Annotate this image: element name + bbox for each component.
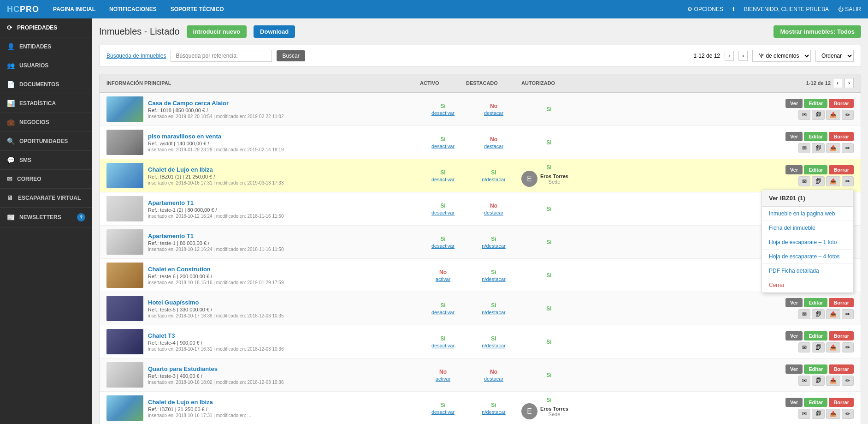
share-button[interactable]: 📤 — [826, 409, 840, 419]
email-button[interactable]: ✉ — [798, 176, 810, 186]
table-prev-button[interactable]: ‹ — [833, 78, 842, 88]
prop-name[interactable]: Quarto para Estudiantes — [148, 365, 218, 372]
borrar-button[interactable]: Borrar — [829, 364, 854, 374]
destacado-link[interactable]: n/destacar — [466, 409, 521, 415]
sidebar-item-correo[interactable]: ✉ CORREO — [0, 170, 92, 189]
busqueda-link[interactable]: Búsqueda de Inmuebles — [106, 53, 166, 59]
edit-icon-button[interactable]: ✏ — [842, 176, 854, 186]
sidebar-item-entidades[interactable]: 👤 ENTIDADES — [0, 37, 92, 56]
dropdown-item-ficha[interactable]: Ficha del inmueble — [762, 221, 853, 235]
activo-link[interactable]: desactivar — [420, 310, 466, 315]
sidebar-item-estadistica[interactable]: 📊 ESTADÍSTICA — [0, 94, 92, 113]
destacado-link[interactable]: destacar — [466, 110, 521, 116]
destacado-link[interactable]: destacar — [466, 376, 521, 382]
ver-button[interactable]: Ver — [785, 364, 803, 374]
edit-icon-button[interactable]: ✏ — [842, 309, 854, 319]
ver-button[interactable]: Ver — [785, 331, 803, 340]
editar-button[interactable]: Editar — [804, 364, 827, 374]
logout-button[interactable]: ⏻ SALIR — [838, 6, 861, 12]
activo-link[interactable]: desactivar — [420, 409, 466, 415]
activo-link[interactable]: desactivar — [420, 243, 466, 249]
edit-icon-button[interactable]: ✏ — [842, 409, 854, 419]
editar-button[interactable]: Editar — [804, 298, 827, 307]
search-button[interactable]: Buscar — [277, 50, 305, 61]
activo-link[interactable]: activar — [420, 276, 466, 282]
elements-per-page-select[interactable]: Nº de elementos — [752, 50, 811, 62]
prop-name[interactable]: Chalet de Lujo en Ibiza — [148, 166, 213, 173]
share-button[interactable]: 📤 — [826, 309, 840, 319]
copy-button[interactable]: 🗐 — [812, 309, 825, 319]
sidebar-item-usuarios[interactable]: 👥 USUARIOS — [0, 56, 92, 75]
share-button[interactable]: 📤 — [826, 176, 840, 186]
borrar-button[interactable]: Borrar — [829, 165, 854, 174]
dropdown-item-hoja1[interactable]: Hoja de escaparate – 1 foto — [762, 235, 853, 250]
table-next-button[interactable]: › — [844, 78, 854, 88]
activo-link[interactable]: desactivar — [420, 110, 466, 116]
dropdown-item-pdf[interactable]: PDF Ficha detallada — [762, 264, 853, 278]
download-button[interactable]: Download — [254, 25, 295, 38]
dropdown-item-close[interactable]: Cerrar — [762, 278, 853, 293]
prev-page-button[interactable]: ‹ — [725, 51, 734, 61]
email-button[interactable]: ✉ — [798, 143, 810, 153]
prop-name[interactable]: Apartamento T1 — [148, 233, 194, 239]
search-input[interactable] — [171, 50, 272, 62]
destacado-link[interactable]: n/destacar — [466, 310, 521, 315]
activo-link[interactable]: activar — [420, 376, 466, 382]
introducir-nuevo-button[interactable]: introducir nuevo — [187, 25, 247, 38]
nav-link-home[interactable]: PAGINA INICIAL — [53, 6, 95, 12]
share-button[interactable]: 📤 — [826, 143, 840, 153]
share-button[interactable]: 📤 — [826, 342, 840, 352]
sidebar-item-escaparate[interactable]: 🖥 ESCAPARATE VIRTUAL — [0, 189, 92, 208]
ver-button[interactable]: Ver — [785, 165, 803, 174]
editar-button[interactable]: Editar — [804, 99, 827, 108]
borrar-button[interactable]: Borrar — [829, 99, 854, 108]
destacado-link[interactable]: n/destacar — [466, 276, 521, 282]
prop-name[interactable]: Chalet en Constrution — [148, 266, 211, 273]
sidebar-item-negocios[interactable]: 💼 NEGOCIOS — [0, 113, 92, 132]
edit-icon-button[interactable]: ✏ — [842, 342, 854, 352]
edit-icon-button[interactable]: ✏ — [842, 376, 854, 386]
prop-name[interactable]: piso maravilloso en venta — [148, 133, 221, 140]
activo-link[interactable]: desactivar — [420, 177, 466, 182]
borrar-button[interactable]: Borrar — [829, 331, 854, 340]
ver-button[interactable]: Ver — [785, 132, 803, 141]
sidebar-item-propiedades[interactable]: ⟳ PROPIEDADES — [0, 18, 92, 37]
email-button[interactable]: ✉ — [798, 110, 810, 120]
destacado-link[interactable]: destacar — [466, 210, 521, 215]
ver-button[interactable]: Ver — [785, 298, 803, 307]
borrar-button[interactable]: Borrar — [829, 398, 854, 407]
activo-link[interactable]: desactivar — [420, 143, 466, 149]
borrar-button[interactable]: Borrar — [829, 298, 854, 307]
next-page-button[interactable]: › — [738, 51, 748, 61]
copy-button[interactable]: 🗐 — [812, 376, 825, 386]
ver-button[interactable]: Ver — [785, 99, 803, 108]
editar-button[interactable]: Editar — [804, 132, 827, 141]
destacado-link[interactable]: n/destacar — [466, 177, 521, 182]
activo-link[interactable]: desactivar — [420, 210, 466, 215]
order-select[interactable]: Ordenar — [815, 50, 854, 62]
dropdown-item-web[interactable]: Inmueble en la pagina web — [762, 207, 853, 221]
sidebar-item-newsletters[interactable]: 📰 NEWSLETTERS ? — [0, 208, 92, 227]
activo-link[interactable]: desactivar — [420, 343, 466, 348]
editar-button[interactable]: Editar — [804, 398, 827, 407]
share-button[interactable]: 📤 — [826, 110, 840, 120]
show-all-button[interactable]: Mostrar inmuebles: Todos — [774, 25, 861, 38]
share-button[interactable]: 📤 — [826, 376, 840, 386]
email-button[interactable]: ✉ — [798, 342, 810, 352]
prop-name[interactable]: Hotel Guapíssimo — [148, 299, 199, 306]
editar-button[interactable]: Editar — [804, 331, 827, 340]
email-button[interactable]: ✉ — [798, 409, 810, 419]
nav-link-support[interactable]: SOPORTE TÉCNICO — [171, 6, 224, 12]
prop-name[interactable]: Casa de Campo cerca Alaior — [148, 100, 229, 107]
destacado-link[interactable]: n/destacar — [466, 243, 521, 249]
ver-button[interactable]: Ver — [785, 398, 803, 407]
edit-icon-button[interactable]: ✏ — [842, 143, 854, 153]
copy-button[interactable]: 🗐 — [812, 143, 825, 153]
destacado-link[interactable]: destacar — [466, 143, 521, 149]
borrar-button[interactable]: Borrar — [829, 132, 854, 141]
editar-button[interactable]: Editar — [804, 165, 827, 174]
copy-button[interactable]: 🗐 — [812, 176, 825, 186]
options-button[interactable]: ⚙ OPCIONES — [687, 6, 723, 12]
copy-button[interactable]: 🗐 — [812, 342, 825, 352]
prop-name[interactable]: Chalet de Lujo en Ibiza — [148, 399, 213, 406]
